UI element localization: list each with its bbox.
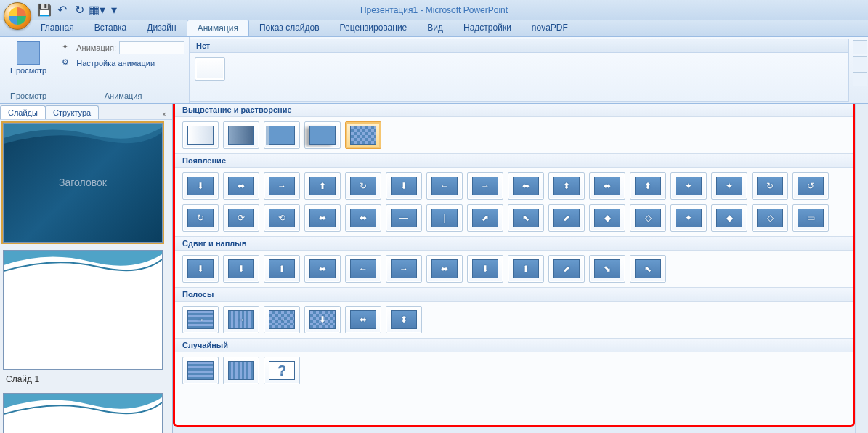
tab-animation[interactable]: Анимация (187, 20, 249, 36)
transition-tile-inner: ⬆ (309, 177, 336, 195)
side-button-3[interactable] (853, 72, 867, 86)
transition-tile[interactable]: | (426, 204, 463, 232)
transition-tile[interactable]: ⬈ (548, 204, 585, 232)
transition-tile[interactable]: ⬉ (630, 255, 666, 283)
transition-tile[interactable]: → (182, 306, 219, 333)
slide-thumb-1[interactable]: Заголовок (3, 123, 163, 243)
preview-button[interactable]: Просмотр (4, 40, 52, 76)
transition-tile[interactable]: → (264, 306, 300, 333)
transition-tile[interactable] (264, 121, 300, 149)
transition-tile[interactable]: ⬍ (548, 172, 585, 200)
transition-tile[interactable]: ⬌ (589, 172, 625, 200)
animation-group-label: Анимация (62, 90, 184, 102)
transition-tile[interactable]: — (386, 204, 422, 232)
transition-tile[interactable]: → (223, 306, 259, 333)
transition-tile[interactable]: ← (426, 172, 463, 200)
vertical-scrollbar[interactable] (855, 104, 868, 433)
custom-animation-button[interactable]: ⚙ Настройка анимации (62, 56, 184, 70)
tab-review[interactable]: Рецензирование (330, 20, 418, 36)
tab-novapdf[interactable]: novaPDF (522, 20, 578, 36)
transition-tile[interactable]: ↺ (792, 172, 829, 200)
transition-glyph: ⬇ (238, 264, 245, 274)
transition-tile[interactable]: ⬌ (304, 204, 341, 232)
transition-tile[interactable]: ⬇ (304, 306, 341, 333)
office-button[interactable] (4, 2, 31, 30)
transition-tile[interactable] (345, 121, 381, 149)
transition-tile[interactable]: → (467, 172, 503, 200)
transition-tile[interactable]: ⬈ (467, 204, 503, 232)
tab-addins[interactable]: Надстройки (453, 20, 522, 36)
redo-icon[interactable]: ↻ (71, 2, 87, 18)
transition-tile[interactable] (223, 357, 259, 384)
preview-group-label: Просмотр (4, 90, 52, 102)
transition-tile-inner: ⬌ (350, 310, 376, 329)
transition-tile[interactable]: ◆ (589, 204, 625, 232)
transition-tile[interactable]: ↻ (345, 172, 381, 200)
transition-tile[interactable]: ⬍ (386, 306, 422, 333)
transition-tile[interactable]: ✦ (670, 172, 707, 200)
undo-icon[interactable]: ↶ (54, 2, 70, 18)
tab-slides[interactable]: Слайды (0, 105, 46, 119)
transition-tile[interactable]: ⬌ (345, 204, 381, 232)
transition-tile[interactable]: ◇ (630, 204, 666, 232)
transition-tile[interactable]: ⬆ (304, 172, 341, 200)
tab-design[interactable]: Дизайн (137, 20, 186, 36)
transition-tile[interactable]: ⬌ (304, 255, 341, 283)
transition-tile[interactable]: ⬇ (223, 255, 259, 283)
side-button-2[interactable] (853, 56, 867, 70)
tab-home[interactable]: Главная (31, 20, 84, 36)
transition-tile[interactable]: ⬇ (182, 172, 219, 200)
transition-tile[interactable]: ← (345, 255, 381, 283)
slide-thumb-3[interactable] (3, 393, 163, 433)
transition-tile[interactable]: ✦ (711, 172, 747, 200)
transition-glyph: ⬌ (238, 181, 245, 191)
slide-item[interactable]: Заголовок (3, 123, 169, 243)
transition-tile[interactable]: ⟲ (264, 204, 300, 232)
transition-tile[interactable]: ⬆ (508, 255, 544, 283)
tab-view[interactable]: Вид (417, 20, 453, 36)
transition-tile[interactable]: ⬇ (467, 255, 503, 283)
transition-tile[interactable] (223, 121, 259, 149)
transition-tile[interactable]: ⬈ (548, 255, 585, 283)
transition-tile[interactable]: ⬇ (386, 172, 422, 200)
qat-more-icon[interactable]: ▾ (106, 2, 122, 18)
slides-panel-close-icon[interactable]: × (159, 109, 169, 119)
transition-none-tile[interactable] (195, 57, 225, 81)
tab-slideshow[interactable]: Показ слайдов (249, 20, 330, 36)
transition-tile[interactable] (182, 357, 219, 384)
transition-tile-inner: — (391, 209, 417, 227)
transition-tile[interactable]: ⬍ (630, 172, 666, 200)
transition-tile[interactable]: ⬌ (223, 172, 259, 200)
slide-item[interactable]: Слайд 1 (3, 250, 169, 386)
section-body-wipe: ⬇⬌→⬆↻⬇←→⬌⬍⬌⬍✦✦↻↺↻⟳⟲⬌⬌—|⬈⬉⬈◆◇✦◆◇▭ (175, 168, 853, 236)
transition-glyph: — (399, 213, 408, 223)
transition-tile[interactable]: ◇ (752, 204, 788, 232)
transition-tile[interactable]: ⬌ (426, 255, 463, 283)
transition-tile[interactable]: → (386, 255, 422, 283)
transition-tile[interactable]: ⬌ (508, 172, 544, 200)
side-button-1[interactable] (853, 40, 867, 54)
tool-dropdown-icon[interactable]: ▦▾ (89, 2, 105, 18)
transition-tile[interactable]: ✦ (670, 204, 707, 232)
transition-tile[interactable]: ⬆ (264, 255, 300, 283)
transition-tile[interactable]: ⬇ (182, 255, 219, 283)
transition-tile[interactable]: → (264, 172, 300, 200)
transition-tile[interactable]: ⬉ (508, 204, 544, 232)
transition-tile[interactable]: ? (264, 357, 300, 384)
transition-tile[interactable]: ↻ (182, 204, 219, 232)
transition-tile[interactable]: ⬊ (589, 255, 625, 283)
transition-tile[interactable]: ⬌ (345, 306, 381, 333)
transition-tile[interactable] (182, 121, 219, 149)
slide-thumb-2[interactable] (3, 250, 163, 370)
transition-tile[interactable]: ⟳ (223, 204, 259, 232)
transition-tile[interactable] (304, 121, 341, 149)
tab-insert[interactable]: Вставка (84, 20, 137, 36)
tab-outline[interactable]: Структура (45, 105, 99, 119)
ribbon-tabs: Главная Вставка Дизайн Анимация Показ сл… (0, 20, 868, 37)
transition-tile[interactable]: ▭ (792, 204, 829, 232)
save-icon[interactable]: 💾 (36, 2, 52, 18)
slide-item[interactable]: Слайд 2 (3, 393, 169, 433)
animation-select[interactable] (119, 41, 184, 54)
transition-tile[interactable]: ↻ (752, 172, 788, 200)
transition-tile[interactable]: ◆ (711, 204, 747, 232)
